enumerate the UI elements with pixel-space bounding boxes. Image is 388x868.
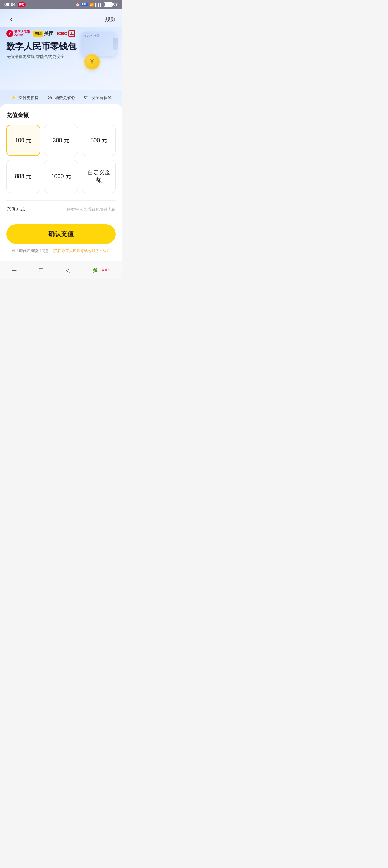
icbc-logo: ICBC 工	[57, 30, 75, 37]
alarm-icon: ⏰	[75, 2, 80, 7]
back-nav-button[interactable]: ◁	[65, 267, 70, 274]
wallet-card: e-CNY | 美团	[82, 32, 116, 56]
community-label: 卡农社区	[98, 268, 111, 272]
feature-shopping: 🛍 消费更省心	[46, 95, 75, 101]
ecny-circle-icon: ¥	[6, 30, 13, 37]
hd-badge: HD₂	[81, 2, 88, 6]
feature-payment-label: 支付更便捷	[19, 95, 39, 100]
wallet-card-label: e-CNY | 美团	[85, 34, 112, 38]
status-right: ⏰ HD₂ 📶 ▌▌▌ 77	[75, 2, 118, 7]
status-bar: 08:04 和包 ⏰ HD₂ 📶 ▌▌▌ 77	[0, 0, 122, 9]
amount-card-300[interactable]: 300 元	[44, 125, 78, 156]
header: ‹ 规则	[0, 9, 122, 27]
status-time: 08:04	[4, 2, 15, 7]
signal-icon-1: 📶	[90, 2, 94, 7]
amount-grid: 100 元 300 元 500 元 888 元 1000 元 自定义金额	[6, 125, 116, 193]
confirm-button[interactable]: 确认充值	[6, 224, 116, 244]
status-left: 08:04 和包	[4, 2, 26, 7]
amount-card-888[interactable]: 888 元	[6, 160, 40, 193]
icbc-icon: 工	[68, 30, 75, 37]
battery-fill	[105, 3, 112, 6]
battery-icon	[104, 2, 112, 7]
ecny-logo: ¥ 数字人民币e-CNY	[6, 30, 30, 37]
back-button[interactable]: ‹	[6, 14, 16, 24]
amount-card-100[interactable]: 100 元	[6, 125, 40, 156]
wallet-illustration: e-CNY | 美团 ¥	[78, 30, 119, 68]
lightning-icon: ⚡	[10, 95, 17, 101]
amount-label-100: 100 元	[15, 136, 32, 144]
carrier-icon: 和包	[18, 2, 26, 7]
amount-label-300: 300 元	[53, 136, 69, 144]
shield-icon: 🛡	[83, 95, 90, 101]
feature-shopping-label: 消费更省心	[55, 95, 75, 100]
ecny-text: 数字人民币e-CNY	[14, 30, 30, 37]
amount-card-500[interactable]: 500 元	[82, 125, 116, 156]
icbc-text: ICBC	[57, 31, 67, 36]
battery-level: 77	[114, 2, 118, 6]
amount-card-1000[interactable]: 1000 元	[44, 160, 78, 193]
agreement-link[interactable]: 《美团数字人民币零钱包服务协议》	[51, 249, 110, 253]
payment-hint: 限数字人民币钱包快付充值	[67, 207, 116, 212]
amount-label-custom: 自定义金额	[85, 169, 112, 184]
menu-button[interactable]: ☰	[11, 267, 17, 274]
home-button[interactable]: □	[39, 267, 43, 274]
wallet-fold	[112, 38, 118, 50]
meituan-text: 美团	[44, 31, 54, 37]
main-content: 充值金额 100 元 300 元 500 元 888 元 1000 元 自定义金…	[0, 104, 122, 261]
amount-label-500: 500 元	[90, 136, 107, 144]
bottom-nav: ☰ □ ◁ 🌿 卡农社区	[0, 261, 122, 279]
amount-label-888: 888 元	[15, 173, 32, 180]
feature-security-label: 安全有保障	[91, 95, 112, 100]
rules-button[interactable]: 规则	[105, 16, 116, 23]
agreement-text: 点击即代表阅读并同意 《美团数字人民币零钱包服务协议》	[6, 248, 116, 254]
community-button[interactable]: 🌿 卡农社区	[92, 268, 111, 273]
amount-card-custom[interactable]: 自定义金额	[82, 160, 116, 193]
nav-bar: ‹ 规则	[6, 12, 116, 27]
coin-illustration: ¥	[85, 54, 99, 69]
meituan-logo: 美团 美团	[33, 31, 54, 37]
amount-label-1000: 1000 元	[51, 173, 71, 180]
feature-security: 🛡 安全有保障	[83, 95, 112, 101]
banner-area: ¥ 数字人民币e-CNY 美团 美团 ICBC 工 数字人民币零钱包 充值消费更…	[0, 27, 122, 90]
battery-tip	[113, 3, 114, 5]
payment-row: 充值方式 限数字人民币钱包快付充值	[6, 200, 116, 218]
payment-label: 充值方式	[6, 206, 25, 212]
shopping-icon: 🛍	[46, 95, 53, 101]
signal-icon-2: ▌▌▌	[95, 2, 102, 6]
agreement-prefix: 点击即代表阅读并同意	[11, 249, 50, 253]
feature-payment: ⚡ 支付更便捷	[10, 95, 39, 101]
recharge-section-title: 充值金额	[6, 112, 116, 119]
meituan-icon: 美团	[33, 31, 43, 37]
